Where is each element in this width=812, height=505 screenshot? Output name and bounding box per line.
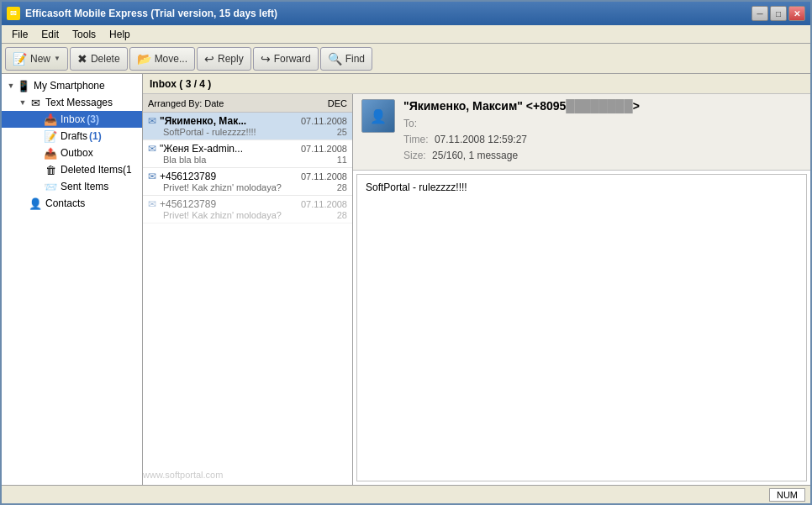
deleted-icon: 🗑 xyxy=(44,163,57,176)
inbox-icon: 📥 xyxy=(44,113,57,126)
sidebar-item-outbox[interactable]: 📤 Outbox xyxy=(2,145,142,161)
menu-tools[interactable]: Tools xyxy=(66,27,103,42)
msg-date-2: 07.11.2008 xyxy=(301,171,347,181)
app-icon: ✉ xyxy=(7,7,20,20)
forward-icon: ↪ xyxy=(261,52,271,66)
title-bar-left: ✉ Efficasoft Mobile Express (Trial versi… xyxy=(7,7,277,20)
message-item[interactable]: ✉ +456123789 07.11.2008 Privet! Kak zhiz… xyxy=(143,168,352,196)
contacts-label: Contacts xyxy=(45,197,85,209)
delete-label: Delete xyxy=(91,53,120,65)
new-dropdown-arrow[interactable]: ▼ xyxy=(54,55,61,62)
toolbar: 📝 New ▼ ✖ Delete 📂 Move... ↩ Reply ↪ For… xyxy=(2,44,810,74)
move-icon: 📂 xyxy=(137,52,151,66)
msg-sender-3: +456123789 xyxy=(160,198,298,210)
preview-body[interactable]: SoftPortal - rulezzzz!!!! xyxy=(356,174,807,481)
msg-size-0: 25 xyxy=(337,127,347,137)
msg-size-3: 28 xyxy=(337,210,347,220)
msg-sender-2: +456123789 xyxy=(160,171,298,182)
title-buttons: ─ □ ✕ xyxy=(751,6,805,21)
message-item[interactable]: ✉ "Якименко, Мак... 07.11.2008 SoftPorta… xyxy=(143,113,352,140)
to-label: To: xyxy=(403,118,417,129)
message-icon-3: ✉ xyxy=(148,198,156,210)
preview-subject-area: "Якименко, Максим" <+8095████████> To: T… xyxy=(403,99,802,165)
preview-pane: 👤 "Якименко, Максим" <+8095████████> To:… xyxy=(353,94,810,485)
status-bar: NUM xyxy=(2,485,810,503)
message-item[interactable]: ✉ "Женя Ex-admin... 07.11.2008 Bla bla b… xyxy=(143,140,352,168)
new-icon: 📝 xyxy=(13,52,27,66)
msg-preview-1: Bla bla bla xyxy=(163,155,334,165)
msg-size-2: 28 xyxy=(337,182,347,192)
reply-button[interactable]: ↩ Reply xyxy=(197,47,251,71)
drafts-count: (1) xyxy=(89,130,102,142)
smartphone-icon: 📱 xyxy=(17,79,30,92)
menu-help[interactable]: Help xyxy=(103,27,137,42)
inbox-header: Inbox ( 3 / 4 ) xyxy=(143,74,810,94)
message-icon-1: ✉ xyxy=(148,143,156,155)
preview-header: 👤 "Якименко, Максим" <+8095████████> To:… xyxy=(353,94,810,171)
window-title: Efficasoft Mobile Express (Trial version… xyxy=(25,8,277,19)
message-item[interactable]: ✉ +456123789 07.11.2008 Privet! Kak zhiz… xyxy=(143,196,352,224)
find-icon: 🔍 xyxy=(328,52,342,66)
message-list-body[interactable]: ✉ "Якименко, Мак... 07.11.2008 SoftPorta… xyxy=(143,113,352,485)
message-list: Arranged By: Date DEC ✉ "Якименко, Мак..… xyxy=(143,94,353,485)
text-messages-icon: ✉ xyxy=(29,96,42,109)
expander-text-messages: ▼ xyxy=(17,98,29,107)
maximize-button[interactable]: □ xyxy=(770,6,787,21)
close-button[interactable]: ✕ xyxy=(788,6,805,21)
deleted-label: Deleted Items(1 xyxy=(61,164,132,176)
text-messages-label: Text Messages xyxy=(45,97,113,108)
msg-date-0: 07.11.2008 xyxy=(301,116,347,126)
sidebar: ▼ 📱 My Smartphone ▼ ✉ Text Messages 📥 In… xyxy=(2,74,143,485)
delete-button[interactable]: ✖ Delete xyxy=(70,47,128,71)
outbox-label: Outbox xyxy=(61,147,93,159)
msg-preview-2: Privet! Kak zhizn' molodaya? xyxy=(163,182,334,192)
minimize-button[interactable]: ─ xyxy=(751,6,768,21)
drafts-label: Drafts xyxy=(61,130,87,142)
preview-meta-time: Time: 07.11.2008 12:59:27 xyxy=(403,132,802,148)
sidebar-item-contacts[interactable]: 👤 Contacts xyxy=(2,195,142,212)
message-icon-2: ✉ xyxy=(148,171,156,182)
contacts-icon: 👤 xyxy=(29,197,42,210)
sort-order: DEC xyxy=(328,98,347,108)
time-label: Time: xyxy=(403,134,429,145)
menu-edit[interactable]: Edit xyxy=(34,27,66,42)
sort-label: Arranged By: Date xyxy=(148,98,224,108)
delete-icon: ✖ xyxy=(77,52,87,66)
sidebar-item-smartphone[interactable]: ▼ 📱 My Smartphone xyxy=(2,77,142,94)
sender-avatar: 👤 xyxy=(361,99,395,133)
msg-preview-0: SoftPortal - rulezzzz!!!! xyxy=(163,127,334,137)
sidebar-item-inbox[interactable]: 📥 Inbox (3) xyxy=(2,111,142,128)
find-button[interactable]: 🔍 Find xyxy=(320,47,372,71)
expander-smartphone: ▼ xyxy=(5,82,17,90)
size-value: 25/160, 1 message xyxy=(432,150,518,161)
menu-file[interactable]: File xyxy=(5,27,34,42)
msg-sender-0: "Якименко, Мак... xyxy=(160,115,298,127)
main-window: ✉ Efficasoft Mobile Express (Trial versi… xyxy=(0,0,812,505)
preview-body-text: SoftPortal - rulezzzz!!!! xyxy=(366,181,467,193)
forward-button[interactable]: ↪ Forward xyxy=(253,47,319,71)
sidebar-item-text-messages[interactable]: ▼ ✉ Text Messages xyxy=(2,94,142,111)
menu-bar: File Edit Tools Help xyxy=(2,25,810,44)
time-value: 07.11.2008 12:59:27 xyxy=(435,134,527,145)
inbox-count: (3) xyxy=(87,113,99,125)
sidebar-item-deleted[interactable]: 🗑 Deleted Items(1 xyxy=(2,161,142,178)
msg-preview-3: Privet! Kak zhizn' molodaya? xyxy=(163,210,334,220)
move-button[interactable]: 📂 Move... xyxy=(129,47,195,71)
new-button[interactable]: 📝 New ▼ xyxy=(5,47,68,71)
new-label: New xyxy=(30,53,50,65)
outbox-icon: 📤 xyxy=(44,146,57,160)
right-panel: Inbox ( 3 / 4 ) Arranged By: Date DEC ✉ … xyxy=(143,74,810,485)
find-label: Find xyxy=(345,53,365,65)
forward-label: Forward xyxy=(274,53,311,65)
main-content: ▼ 📱 My Smartphone ▼ ✉ Text Messages 📥 In… xyxy=(2,74,810,485)
message-icon-0: ✉ xyxy=(148,115,156,127)
sidebar-item-sent[interactable]: 📨 Sent Items xyxy=(2,178,142,195)
sidebar-item-drafts[interactable]: 📝 Drafts (1) xyxy=(2,128,142,145)
sent-icon: 📨 xyxy=(44,180,57,193)
msg-size-1: 11 xyxy=(337,155,347,165)
sent-label: Sent Items xyxy=(61,181,108,192)
num-lock-indicator: NUM xyxy=(769,488,805,502)
preview-subject: "Якименко, Максим" <+8095████████> xyxy=(403,99,802,113)
drafts-icon: 📝 xyxy=(44,129,57,143)
preview-meta: To: xyxy=(403,116,802,132)
